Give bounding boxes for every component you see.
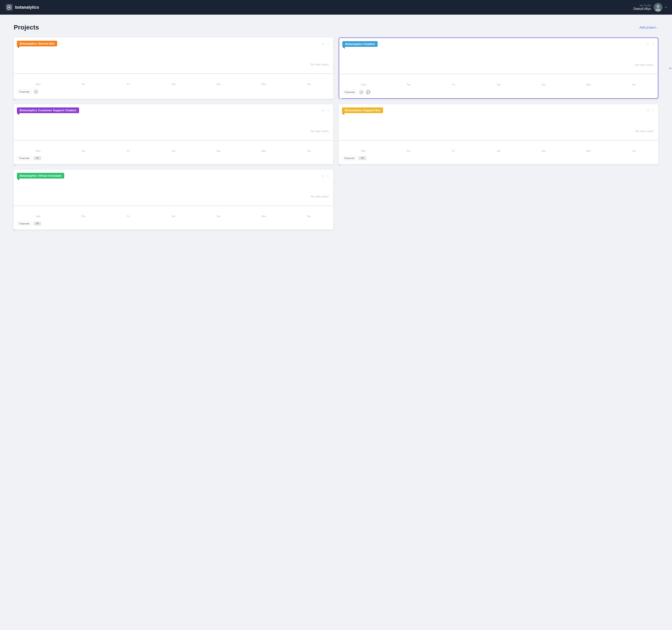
brand-name: botanalytics	[15, 5, 39, 10]
x-label-fri: Fri	[106, 150, 151, 152]
project-tag: Botanalytics Chatbot	[342, 41, 378, 47]
empty-slot	[339, 170, 658, 229]
brand[interactable]: botanalytics	[5, 4, 39, 11]
planet-channel-icon: 🪐	[359, 90, 364, 95]
project-tag: Botanalytics Support Bot	[342, 107, 383, 113]
chart-line	[14, 73, 333, 74]
keyboard-channel-icon: ⌨	[358, 156, 366, 160]
svg-point-1	[8, 6, 10, 8]
page-header: Projects Add project...	[14, 24, 658, 31]
x-label-sat: Sat	[151, 215, 196, 218]
chart-area: No new users	[14, 178, 333, 215]
avatar[interactable]	[654, 3, 663, 11]
card-actions: ☆ ⋮	[321, 41, 330, 46]
navbar: botanalytics My Profile Dawud Aliyu ▾	[0, 0, 672, 15]
x-label-thu: Thu	[386, 150, 431, 152]
more-icon[interactable]: ⋮	[327, 108, 330, 113]
brand-icon	[5, 4, 13, 11]
card-footer: Channels ⌨	[14, 220, 333, 227]
star-icon[interactable]: ☆	[646, 108, 650, 113]
channels-badge: Channels	[342, 156, 357, 161]
projects-row-2: Botanalytics Customer Support Chatbot ☆ …	[14, 104, 658, 164]
x-label-fri: Fri	[431, 150, 476, 152]
chat-channel-icon: 💬	[366, 90, 371, 95]
x-label-thu: Thu	[61, 83, 105, 86]
x-label-wed: Wed	[341, 83, 386, 86]
card-fold	[14, 229, 17, 232]
project-tag: Botanalytics Service Bot	[17, 41, 57, 46]
more-icon[interactable]: ⋮	[327, 42, 330, 46]
x-label-sat: Sat	[151, 150, 196, 152]
card-header: Botanalytics Chatbot ☆ ⋮	[339, 38, 658, 47]
x-label-fri: Fri	[106, 83, 151, 86]
x-axis: Wed Thu Fri Sat Sun Mon Tue	[14, 215, 333, 218]
no-new-users-text: No new users	[635, 129, 654, 133]
x-axis: Wed Thu Fri Sat Sun Mon Tue	[14, 150, 333, 152]
x-label-tue: Tue	[286, 83, 331, 86]
no-new-users-text: No new users	[311, 195, 329, 198]
x-label-sat: Sat	[476, 150, 521, 152]
navbar-right: My Profile Dawud Aliyu ▾	[633, 3, 667, 11]
project-tag: Botanalytics Virtual Assistant	[17, 173, 64, 178]
star-icon[interactable]: ☆	[321, 42, 325, 46]
card-footer: Channels 🪐	[14, 88, 333, 95]
project-card-service-bot[interactable]: Botanalytics Service Bot ☆ ⋮ No new user…	[14, 38, 333, 99]
keyboard-channel-icon: ⌨	[33, 221, 41, 226]
no-new-users-text: No new users	[311, 129, 329, 133]
star-icon[interactable]: ☆	[321, 174, 325, 178]
card-actions: ☆ ⋮	[321, 173, 330, 178]
chart-area: No new users	[14, 113, 333, 150]
x-label-mon: Mon	[241, 150, 286, 152]
card-header: Botanalytics Virtual Assistant ☆ ⋮	[14, 170, 333, 178]
project-card-customer-support[interactable]: Botanalytics Customer Support Chatbot ☆ …	[14, 104, 333, 164]
x-axis: Wed Thu Fri Sat Sun Mon Tue	[339, 150, 658, 152]
profile-info: My Profile Dawud Aliyu	[633, 4, 651, 10]
no-new-users-text: No new users	[311, 63, 329, 66]
x-label-tue: Tue	[286, 150, 331, 152]
card-footer: Channels 🪐 💬	[339, 88, 658, 96]
x-label-mon: Mon	[566, 150, 611, 152]
card-fold	[14, 99, 17, 101]
chart-area: No new users	[339, 47, 658, 83]
project-card-chatbot[interactable]: Botanalytics Chatbot ☆ ⋮ No new users We…	[339, 38, 658, 99]
card-footer: Channels ⌨	[14, 154, 333, 161]
page-title: Projects	[14, 24, 39, 31]
x-label-thu: Thu	[61, 215, 105, 218]
card-footer: Channels ⌨	[339, 154, 658, 161]
x-label-wed: Wed	[16, 215, 61, 218]
profile-chevron-icon[interactable]: ▾	[665, 6, 667, 9]
project-card-support-bot[interactable]: Botanalytics Support Bot ☆ ⋮ No new user…	[339, 104, 658, 164]
card-fold	[339, 164, 341, 167]
chart-line	[14, 205, 333, 206]
chart-line	[339, 140, 658, 141]
project-card-virtual-assistant[interactable]: Botanalytics Virtual Assistant ☆ ⋮ No ne…	[14, 170, 333, 229]
more-icon[interactable]: ⋮	[651, 108, 655, 113]
more-icon[interactable]: ⋮	[651, 42, 655, 46]
x-label-thu: Thu	[386, 83, 431, 86]
channels-badge: Channels	[342, 90, 357, 94]
star-icon[interactable]: ☆	[646, 42, 649, 46]
x-label-sun: Sun	[196, 215, 241, 218]
star-icon[interactable]: ☆	[321, 108, 325, 113]
card-actions: ☆ ⋮	[646, 41, 655, 46]
x-label-tue: Tue	[611, 150, 656, 152]
svg-point-3	[656, 5, 659, 8]
keyboard-channel-icon: ⌨	[33, 156, 41, 160]
card-header: Botanalytics Service Bot ☆ ⋮	[14, 38, 333, 46]
add-project-button[interactable]: Add project...	[640, 26, 658, 29]
x-label-sun: Sun	[196, 83, 241, 86]
x-axis: Wed Thu Fri Sat Sun Mon Tue	[339, 83, 658, 86]
no-new-users-text: No new users	[635, 63, 653, 67]
x-label-sun: Sun	[521, 83, 566, 86]
card-header: Botanalytics Customer Support Chatbot ☆ …	[14, 104, 333, 113]
my-profile-label: My Profile	[633, 4, 651, 7]
card-actions: ☆ ⋮	[321, 107, 330, 113]
x-label-fri: Fri	[106, 215, 151, 218]
chart-area: No new users	[339, 113, 658, 150]
chart-area: No new users	[14, 46, 333, 83]
main-content: Projects Add project... Botanalytics Ser…	[0, 15, 672, 239]
channels-badge: Channels	[17, 221, 31, 226]
x-label-tue: Tue	[611, 83, 656, 86]
x-label-sun: Sun	[196, 150, 241, 152]
more-icon[interactable]: ⋮	[327, 174, 330, 178]
